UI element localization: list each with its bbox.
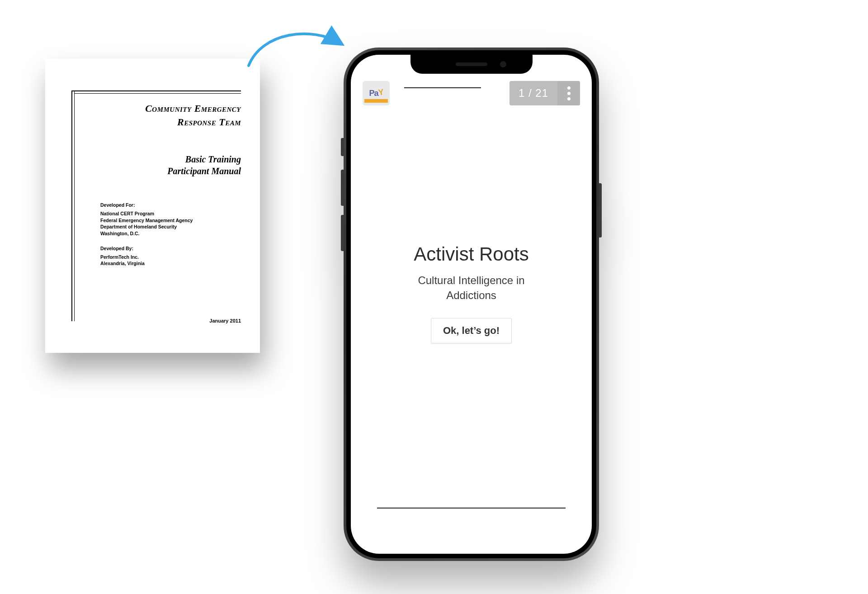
developed-by-line: Alexandria, Virginia xyxy=(100,260,241,267)
phone-frame: PaY 1 / 21 Activist Roots Cultural Inte xyxy=(344,48,599,561)
document-date: January 2011 xyxy=(209,318,241,323)
developed-for-line: Federal Emergency Management Agency xyxy=(100,217,241,224)
document-subtitle: Basic Training Participant Manual xyxy=(86,153,241,177)
document-rule xyxy=(71,90,241,91)
course-app: PaY 1 / 21 Activist Roots Cultural Inte xyxy=(351,55,592,554)
developed-for-line: National CERT Program xyxy=(100,210,241,217)
document-content: Community Emergency Response Team Basic … xyxy=(86,102,241,330)
document-rule xyxy=(71,90,72,321)
developed-for-label: Developed For: xyxy=(100,202,241,209)
developed-by-label: Developed By: xyxy=(100,245,241,252)
document-title-line: Response Team xyxy=(177,116,241,128)
document-meta: Developed For: National CERT Program Fed… xyxy=(86,202,241,267)
developed-for-line: Department of Homeland Security xyxy=(100,223,241,230)
arrow-icon xyxy=(244,23,348,72)
phone-notch xyxy=(410,55,533,74)
app-body: Activist Roots Cultural Intelligence in … xyxy=(351,87,592,554)
document-subtitle-line: Participant Manual xyxy=(167,166,241,176)
developed-by-line: PerformTech Inc. xyxy=(100,254,241,261)
document-rule xyxy=(74,93,241,94)
course-subtitle: Cultural Intelligence in Addictions xyxy=(399,273,544,303)
camera-icon xyxy=(500,61,506,67)
phone-mockup: PaY 1 / 21 Activist Roots Cultural Inte xyxy=(344,48,599,561)
document-title: Community Emergency Response Team xyxy=(86,102,241,128)
course-title: Activist Roots xyxy=(414,243,528,265)
divider xyxy=(377,508,566,508)
developed-by-block: Developed By: PerformTech Inc. Alexandri… xyxy=(100,245,241,267)
developed-for-line: Washington, D.C. xyxy=(100,230,241,237)
speaker-icon xyxy=(456,62,487,66)
training-manual-document: Community Emergency Response Team Basic … xyxy=(45,59,260,353)
document-title-line: Community Emergency xyxy=(145,103,241,114)
phone-power-button xyxy=(599,183,602,238)
phone-screen: PaY 1 / 21 Activist Roots Cultural Inte xyxy=(351,55,592,554)
document-subtitle-line: Basic Training xyxy=(185,154,241,164)
developed-for-block: Developed For: National CERT Program Fed… xyxy=(100,202,241,237)
document-page: Community Emergency Response Team Basic … xyxy=(45,59,260,353)
document-rule xyxy=(74,90,75,321)
start-button[interactable]: Ok, let’s go! xyxy=(431,318,512,343)
